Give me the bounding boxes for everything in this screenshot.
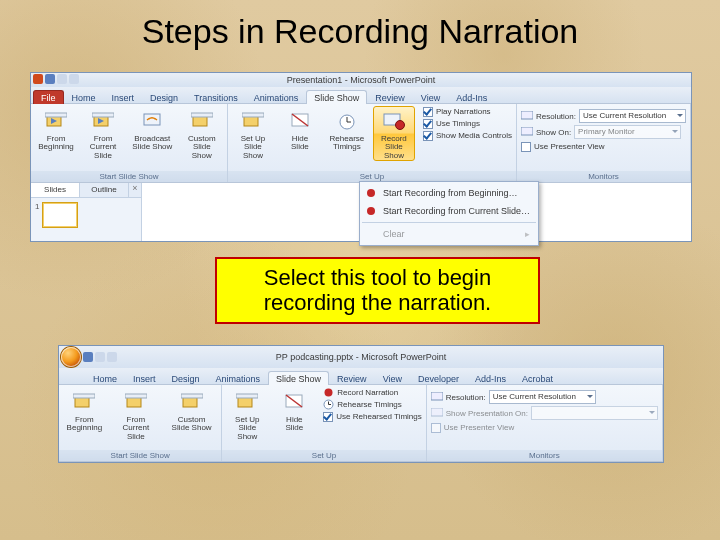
group-label: Monitors: [517, 171, 690, 182]
from-beginning-button[interactable]: From Beginning: [35, 106, 77, 153]
hide-slide-button[interactable]: Hide Slide: [273, 387, 315, 434]
use-presenter-view-checkbox[interactable]: Use Presenter View: [521, 141, 686, 152]
menu-clear[interactable]: Clear ▸: [362, 225, 536, 243]
tab-insert[interactable]: Insert: [104, 90, 143, 104]
svg-point-21: [367, 207, 375, 215]
show-on-label: Show Presentation On:: [446, 408, 528, 419]
tab-slideshow[interactable]: Slide Show: [268, 371, 329, 385]
menu-start-from-current[interactable]: Start Recording from Current Slide…: [362, 202, 536, 220]
broadcast-button[interactable]: Broadcast Slide Show: [129, 106, 176, 153]
set-up-slide-show-button[interactable]: Set Up Slide Show: [232, 106, 274, 161]
record-slide-show-menu: Start Recording from Beginning… Start Re…: [359, 181, 539, 246]
titlebar: Presentation1 - Microsoft PowerPoint: [31, 73, 691, 87]
tab-animations[interactable]: Animations: [246, 90, 307, 104]
label: Record Narration: [337, 387, 398, 398]
svg-rect-27: [181, 394, 203, 398]
show-on-dropdown: [531, 406, 658, 420]
slides-panel: Slides Outline × 1: [31, 183, 142, 241]
tab-home[interactable]: Home: [85, 371, 125, 385]
custom-slide-show-button[interactable]: Custom Slide Show: [166, 387, 218, 434]
undo-icon[interactable]: [95, 352, 105, 362]
record-icon: [382, 109, 406, 133]
redo-icon[interactable]: [107, 352, 117, 362]
label: Start Recording from Beginning…: [383, 188, 518, 198]
undo-icon[interactable]: [57, 74, 67, 84]
tab-review[interactable]: Review: [329, 371, 375, 385]
tab-transitions[interactable]: Transitions: [186, 90, 246, 104]
use-timings-checkbox[interactable]: Use Timings: [423, 118, 512, 129]
label: From Beginning: [38, 135, 74, 152]
label: Record Slide Show: [376, 135, 412, 160]
show-media-controls-checkbox[interactable]: Show Media Controls: [423, 130, 512, 141]
svg-rect-23: [73, 394, 95, 398]
group-monitors: Resolution: Use Current Resolution Show …: [517, 104, 691, 182]
tab-review[interactable]: Review: [367, 90, 413, 104]
tab-slideshow[interactable]: Slide Show: [306, 90, 367, 104]
from-beginning-button[interactable]: From Beginning: [63, 387, 106, 434]
svg-rect-4: [92, 113, 114, 117]
set-up-slide-show-button[interactable]: Set Up Slide Show: [226, 387, 268, 442]
resolution-dropdown[interactable]: Use Current Resolution: [579, 109, 686, 123]
powerpoint-icon[interactable]: [33, 74, 43, 84]
tab-developer[interactable]: Developer: [410, 371, 467, 385]
label: From Current Slide: [85, 135, 121, 160]
save-icon[interactable]: [83, 352, 93, 362]
use-presenter-view-checkbox[interactable]: Use Presenter View: [431, 422, 658, 433]
tab-design[interactable]: Design: [164, 371, 208, 385]
from-current-slide-button[interactable]: From Current Slide: [111, 387, 161, 442]
tab-insert[interactable]: Insert: [125, 371, 164, 385]
from-current-slide-button[interactable]: From Current Slide: [82, 106, 124, 161]
group-start-slide-show: From Beginning From Current Slide Broadc…: [31, 104, 228, 182]
monitor-icon: [431, 392, 443, 402]
tab-design[interactable]: Design: [142, 90, 186, 104]
projector-icon: [241, 109, 265, 133]
record-slide-show-button[interactable]: Record Slide Show: [373, 106, 415, 161]
monitor-icon: [521, 127, 533, 137]
slide-title: Steps in Recording Narration: [0, 12, 720, 51]
slides-tab[interactable]: Slides: [31, 183, 80, 197]
broadcast-icon: [140, 109, 164, 133]
redo-icon[interactable]: [69, 74, 79, 84]
group-set-up: Set Up Slide Show Hide Slide Rehearse Ti…: [228, 104, 517, 182]
slide-thumbnail[interactable]: 1: [35, 202, 137, 228]
projector-icon: [235, 390, 259, 414]
ribbon: From Beginning From Current Slide Broadc…: [31, 104, 691, 183]
svg-rect-36: [431, 392, 443, 400]
window-title: PP podcasting.pptx - Microsoft PowerPoin…: [276, 352, 446, 362]
custom-slide-show-button[interactable]: Custom Slide Show: [181, 106, 223, 161]
office-button[interactable]: [61, 347, 81, 367]
record-icon: [364, 186, 378, 200]
tab-view[interactable]: View: [413, 90, 448, 104]
tab-file[interactable]: File: [33, 90, 64, 104]
resolution-dropdown[interactable]: Use Current Resolution: [489, 390, 596, 404]
play-narrations-checkbox[interactable]: Play Narrations: [423, 106, 512, 117]
use-rehearsed-timings-checkbox[interactable]: Use Rehearsed Timings: [323, 411, 421, 422]
tab-animations[interactable]: Animations: [208, 371, 269, 385]
save-icon[interactable]: [45, 74, 55, 84]
label: Use Rehearsed Timings: [336, 411, 421, 422]
tab-addins[interactable]: Add-Ins: [467, 371, 514, 385]
label: Set Up Slide Show: [235, 135, 271, 160]
menu-start-from-beginning[interactable]: Start Recording from Beginning…: [362, 184, 536, 202]
svg-rect-6: [144, 114, 160, 125]
checkbox-icon: [423, 107, 433, 117]
label: Hide Slide: [282, 135, 318, 152]
svg-rect-1: [45, 113, 67, 117]
tab-view[interactable]: View: [375, 371, 410, 385]
group-label: Monitors: [427, 450, 662, 461]
checkbox-icon: [323, 412, 333, 422]
label: From Beginning: [66, 416, 103, 433]
record-narration-button[interactable]: Record Narration: [323, 387, 421, 398]
hide-slide-button[interactable]: Hide Slide: [279, 106, 321, 153]
tab-addins[interactable]: Add-Ins: [448, 90, 495, 104]
close-panel-icon[interactable]: ×: [129, 183, 141, 197]
outline-tab[interactable]: Outline: [80, 183, 129, 197]
show-on-dropdown[interactable]: Primary Monitor: [574, 125, 681, 139]
tab-home[interactable]: Home: [64, 90, 104, 104]
tab-acrobat[interactable]: Acrobat: [514, 371, 561, 385]
rehearse-timings-button[interactable]: Rehearse Timings: [323, 399, 421, 410]
clock-icon: [335, 109, 359, 133]
hide-slide-icon: [282, 390, 306, 414]
rehearse-timings-button[interactable]: Rehearse Timings: [326, 106, 368, 153]
projector-icon: [180, 390, 204, 414]
